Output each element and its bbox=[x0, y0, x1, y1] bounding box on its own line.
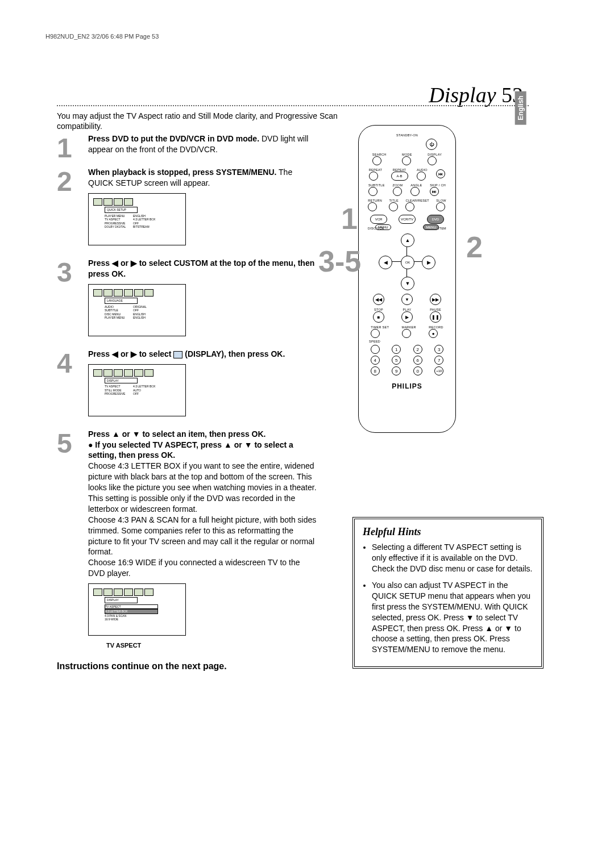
right-button[interactable]: ▶ bbox=[422, 256, 435, 269]
display-icon bbox=[173, 351, 182, 358]
marker-button[interactable] bbox=[402, 329, 411, 338]
dvd-button[interactable]: DVD bbox=[427, 215, 444, 224]
num-plus10[interactable]: +10 bbox=[434, 366, 443, 375]
step5-para3: Choose 16:9 WIDE if you connected a wide… bbox=[88, 557, 318, 579]
clear-button[interactable] bbox=[405, 202, 414, 211]
stop-button[interactable]: ■ bbox=[373, 311, 384, 323]
title-divider bbox=[57, 105, 529, 106]
num-3[interactable]: 3 bbox=[434, 345, 443, 354]
screen3-rows: AUDIOORIGINAL SUBTITLEOFF DISC MENUENGLI… bbox=[105, 305, 181, 320]
speed-button[interactable] bbox=[371, 345, 380, 354]
remote-diagram: STANDBY-ON ⏻ SEARCH MODE DISPLAY REPEAT … bbox=[358, 125, 456, 433]
ok-button[interactable]: OK bbox=[401, 256, 414, 269]
rewind-button[interactable]: ◀◀ bbox=[373, 294, 384, 305]
callout-1: 1 bbox=[341, 202, 358, 236]
play-button[interactable]: ▶ bbox=[401, 311, 413, 323]
num-6[interactable]: 6 bbox=[413, 356, 422, 365]
num-7[interactable]: 7 bbox=[434, 356, 443, 365]
language-tab: English bbox=[515, 91, 526, 124]
step5-para1: Choose 4:3 LETTER BOX if you want to see… bbox=[88, 461, 318, 514]
dpad: MENU MENU ▲ ▼ ◀ ▶ OK bbox=[379, 233, 435, 290]
step-5: 5 Press ▲ or ▼ to select an item, then p… bbox=[57, 429, 318, 650]
skip-back-button[interactable]: ⏮ bbox=[436, 169, 445, 178]
num-4[interactable]: 4 bbox=[371, 356, 380, 365]
step-content: Press ◀ or ▶ to select CUSTOM at the top… bbox=[88, 258, 318, 342]
repeat-button[interactable] bbox=[369, 172, 378, 181]
hint-item: You also can adjust TV ASPECT in the QUI… bbox=[372, 580, 533, 655]
step2-bold: When playback is stopped, press SYSTEM/M… bbox=[88, 168, 276, 177]
search-button[interactable] bbox=[372, 156, 381, 165]
steps-list: 1 Press DVD to put the DVD/VCR in DVD mo… bbox=[57, 133, 318, 671]
step-content: Press ▲ or ▼ to select an item, then pre… bbox=[88, 429, 318, 650]
display-button[interactable] bbox=[428, 156, 437, 165]
title-button[interactable] bbox=[389, 202, 398, 211]
repeat-ab-button[interactable]: A-B bbox=[391, 172, 408, 181]
subtitle-button[interactable] bbox=[368, 187, 377, 196]
step3-bold: Press ◀ or ▶ to select CUSTOM at the top… bbox=[88, 258, 314, 278]
quick-setup-screen: QUICK SETUP PLAYER MENUENGLISH TV ASPECT… bbox=[88, 193, 186, 245]
philips-logo: PHILIPS bbox=[364, 382, 450, 390]
step-content: Press ◀ or ▶ to select (DISPLAY), then p… bbox=[88, 349, 318, 422]
standby-button[interactable]: ⏻ bbox=[426, 139, 437, 150]
skip-fwd-button[interactable]: ⏭ bbox=[430, 187, 439, 196]
screen5-rows: TV ASPECT 4:3 LETTER BOX 4:3 PAN & SCAN … bbox=[105, 604, 181, 621]
slow-button[interactable] bbox=[436, 202, 445, 211]
timer-set-button[interactable] bbox=[371, 329, 380, 338]
num-1[interactable]: 1 bbox=[392, 345, 401, 354]
num-9[interactable]: 9 bbox=[392, 366, 401, 375]
helpful-hints-box: Helpful Hints Selecting a different TV A… bbox=[352, 517, 544, 669]
tv-aspect-caption: TV ASPECT bbox=[106, 641, 318, 650]
step-content: When playback is stopped, press SYSTEM/M… bbox=[88, 167, 318, 251]
hints-title: Helpful Hints bbox=[363, 525, 533, 539]
num-2[interactable]: 2 bbox=[413, 345, 422, 354]
display-screen: DISPLAY TV ASPECT4:3 LETTER BOX STILL MO… bbox=[88, 364, 186, 416]
vcr-button[interactable]: VCR bbox=[370, 215, 387, 224]
angle-button[interactable] bbox=[410, 187, 420, 196]
down2-button[interactable]: ▼ bbox=[401, 294, 413, 305]
page-title: Display 53 bbox=[429, 82, 523, 107]
step-4: 4 Press ◀ or ▶ to select (DISPLAY), then… bbox=[57, 349, 318, 422]
pause-button[interactable]: ❚❚ bbox=[430, 311, 441, 323]
step-number: 1 bbox=[57, 136, 88, 160]
step-1: 1 Press DVD to put the DVD/VCR in DVD mo… bbox=[57, 133, 318, 160]
step5-para2: Choose 4:3 PAN & SCAN for a full height … bbox=[88, 515, 318, 558]
step-number: 2 bbox=[57, 169, 88, 251]
screen3-header: LANGUAGE bbox=[105, 298, 138, 304]
step1-bold: Press DVD to put the DVD/VCR in DVD mode… bbox=[88, 134, 259, 143]
num-8[interactable]: 8 bbox=[371, 366, 380, 375]
zoom-button[interactable] bbox=[393, 187, 402, 196]
continue-text: Instructions continue on the next page. bbox=[57, 661, 318, 671]
screen2-rows: PLAYER MENUENGLISH TV ASPECT4:3 LETTER B… bbox=[105, 214, 181, 229]
standby-label: STANDBY-ON bbox=[364, 133, 450, 137]
mode-button[interactable] bbox=[402, 156, 411, 165]
down-button[interactable]: ▼ bbox=[401, 277, 414, 290]
step-content: Press DVD to put the DVD/VCR in DVD mode… bbox=[88, 133, 318, 160]
vcrtv-button[interactable]: VCR/TV bbox=[399, 215, 416, 224]
fastforward-button[interactable]: ▶▶ bbox=[430, 294, 441, 305]
step4-bold-post: (DISPLAY), then press OK. bbox=[182, 349, 285, 358]
left-button[interactable]: ◀ bbox=[379, 256, 392, 269]
step-number: 3 bbox=[57, 260, 88, 342]
step-number: 5 bbox=[57, 431, 88, 650]
screen5-header: DISPLAY bbox=[105, 597, 138, 603]
step5-bold-2: ● If you selected TV ASPECT, press ▲ or … bbox=[88, 440, 318, 461]
step5-bold-1: Press ▲ or ▼ to select an item, then pre… bbox=[88, 429, 318, 440]
menu-right-button[interactable]: MENU bbox=[423, 224, 439, 230]
step-3: 3 Press ◀ or ▶ to select CUSTOM at the t… bbox=[57, 258, 318, 342]
return-button[interactable] bbox=[368, 202, 377, 211]
menu-left-button[interactable]: MENU bbox=[375, 224, 391, 230]
callout-2: 2 bbox=[466, 230, 483, 264]
up-button[interactable]: ▲ bbox=[401, 233, 414, 247]
num-0[interactable]: 0 bbox=[413, 366, 422, 375]
screen4-header: DISPLAY bbox=[105, 378, 138, 384]
intro-paragraph: You may adjust the TV Aspect ratio and S… bbox=[57, 111, 341, 131]
record-button[interactable]: ● bbox=[429, 329, 438, 338]
callout-3-5: 3-5 bbox=[318, 244, 361, 278]
audio-button[interactable] bbox=[417, 172, 426, 181]
screen4-rows: TV ASPECT4:3 LETTER BOX STILL MODEAUTO P… bbox=[105, 385, 181, 396]
num-5[interactable]: 5 bbox=[392, 356, 401, 365]
tv-aspect-screen: DISPLAY TV ASPECT 4:3 LETTER BOX 4:3 PAN… bbox=[88, 583, 186, 636]
print-header: H982NUD_EN2 3/2/06 6:48 PM Page 53 bbox=[45, 33, 159, 40]
language-screen: LANGUAGE AUDIOORIGINAL SUBTITLEOFF DISC … bbox=[88, 284, 186, 336]
title-word: Display bbox=[429, 83, 496, 107]
